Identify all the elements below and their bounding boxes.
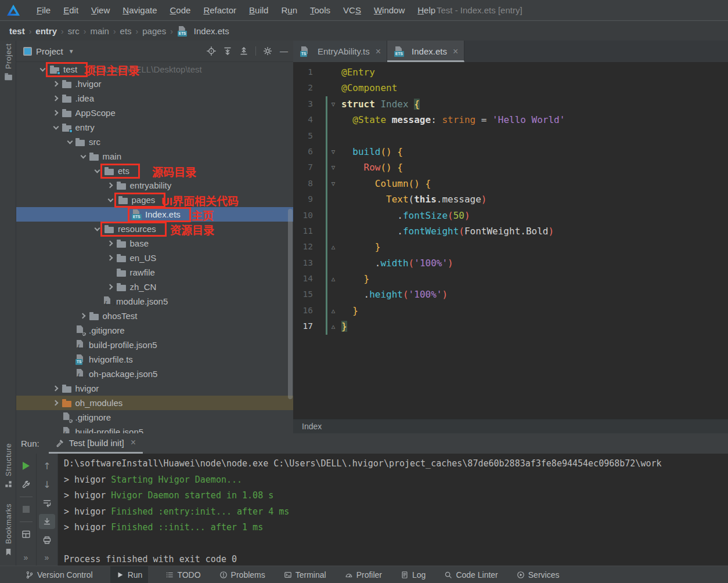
statusbar-item-log[interactable]: Log [399, 566, 427, 583]
tree-item-src[interactable]: src [16, 135, 293, 149]
tree-item-oh-package-json5[interactable]: {..}oh-package.json5 [16, 367, 293, 381]
tree-item-module-json5[interactable]: {..}module.json5 [16, 294, 293, 309]
expand-all-icon[interactable] [223, 46, 232, 56]
chevron-expanded-icon[interactable] [108, 196, 114, 202]
tool-stripe-project[interactable]: Project [0, 44, 16, 81]
scroll-end-icon[interactable] [39, 514, 55, 529]
printer-icon[interactable] [39, 533, 55, 548]
statusbar-item-todo[interactable]: TODO [164, 566, 201, 583]
chevron-expanded-icon[interactable] [81, 153, 87, 158]
tree-item-resources[interactable]: resources资源目录 [16, 222, 293, 236]
statusbar-item-version-control[interactable]: Version Control [24, 566, 94, 583]
hide-icon[interactable]: — [279, 46, 289, 56]
chevron-collapsed-icon[interactable] [53, 110, 59, 116]
chevron-collapsed-icon[interactable] [53, 81, 59, 87]
tree-item-gitignore[interactable]: .gitignore [16, 323, 293, 338]
more-icon[interactable]: » [45, 553, 50, 562]
rerun-icon[interactable] [18, 458, 34, 473]
tree-item-base[interactable]: base [16, 236, 293, 251]
menu-window[interactable]: Window [367, 0, 411, 20]
tree-item-test[interactable]: testC:\Users\DELL\Desktop\test项目主目录 [16, 62, 293, 77]
fold-marker-icon[interactable]: ▿ [326, 96, 341, 112]
fold-marker-icon[interactable]: ▵ [326, 239, 341, 255]
tree-item-ets[interactable]: ets源码目录 [16, 164, 293, 178]
tree-item-build-profile-json5[interactable]: {..}build-profile.json5 [16, 425, 293, 433]
chevron-collapsed-icon[interactable] [107, 284, 113, 290]
tree-item-hvigor[interactable]: hvigor [16, 381, 293, 396]
chevron-collapsed-icon[interactable] [107, 183, 113, 189]
tab-entryability-ts[interactable]: TSEntryAbility.ts× [293, 41, 387, 62]
chevron-expanded-icon[interactable] [39, 66, 45, 71]
tool-stripe-bookmarks[interactable]: Bookmarks [0, 504, 16, 556]
breadcrumb-src[interactable]: src [67, 26, 81, 36]
chevron-expanded-icon[interactable] [94, 225, 100, 231]
close-icon[interactable]: × [453, 46, 458, 57]
tree-item-entry[interactable]: entry [16, 120, 293, 135]
fold-marker-icon[interactable]: ▿ [326, 160, 341, 175]
fold-marker-icon[interactable]: ▿ [326, 176, 341, 191]
chevron-collapsed-icon[interactable] [107, 241, 113, 247]
chevron-collapsed-icon[interactable] [53, 386, 59, 392]
run-tab[interactable]: Test [build init] × [49, 433, 143, 454]
project-scrollbar-thumb[interactable] [288, 209, 293, 399]
statusbar-item-terminal[interactable]: Terminal [283, 566, 327, 583]
statusbar-item-code-linter[interactable]: Code Linter [443, 566, 499, 583]
editor-breadcrumb[interactable]: Index [293, 419, 728, 433]
fold-marker-icon[interactable]: ▵ [326, 271, 341, 287]
menu-vcs[interactable]: VCS [337, 0, 367, 20]
tree-item-hvigorfile-ts[interactable]: TShvigorfile.ts [16, 352, 293, 367]
arrow-up-icon[interactable]: ↑ [39, 458, 55, 473]
tree-item-pages[interactable]: pagesUI界面相关代码 [16, 193, 293, 207]
editor-code[interactable]: 1@Entry2@Component3▿struct Index {4 @Sta… [293, 62, 728, 419]
tree-item-idea[interactable]: .idea [16, 91, 293, 106]
tree-item-ohostest[interactable]: ohosTest [16, 309, 293, 323]
statusbar-item-profiler[interactable]: Profiler [344, 566, 383, 583]
chevron-collapsed-icon[interactable] [53, 96, 59, 102]
menu-tools[interactable]: Tools [304, 0, 337, 20]
chevron-expanded-icon[interactable] [53, 124, 59, 129]
tree-item-gitignore[interactable]: .gitignore [16, 410, 293, 425]
settings-icon[interactable] [263, 46, 272, 56]
more-icon[interactable]: » [24, 553, 29, 562]
menu-edit[interactable]: Edit [57, 0, 85, 20]
tree-item-appscope[interactable]: AppScope [16, 106, 293, 120]
locate-icon[interactable] [207, 46, 216, 56]
tree-item-entryability[interactable]: entryability [16, 178, 293, 193]
chevron-expanded-icon[interactable] [94, 167, 100, 173]
breadcrumb-entry[interactable]: entry [34, 26, 58, 36]
project-tree[interactable]: testC:\Users\DELL\Desktop\test项目主目录.hvig… [16, 62, 293, 433]
tree-item-build-profile-json5[interactable]: {..}build-profile.json5 [16, 338, 293, 352]
menu-code[interactable]: Code [164, 0, 197, 20]
breadcrumb-test[interactable]: test [8, 26, 26, 36]
tree-item-index-ets[interactable]: ETSIndex.ets主页 [16, 207, 293, 222]
fold-marker-icon[interactable]: ▿ [326, 144, 341, 160]
menu-build[interactable]: Build [243, 0, 275, 20]
layout-icon[interactable] [18, 527, 34, 542]
fold-marker-icon[interactable]: ▵ [326, 318, 341, 334]
statusbar-item-problems[interactable]: Problems [218, 566, 266, 583]
menu-refactor[interactable]: Refactor [197, 0, 243, 20]
breadcrumb-main[interactable]: main [89, 26, 110, 36]
breadcrumb-file[interactable]: ETSIndex.ets [178, 26, 229, 36]
tab-index-ets[interactable]: ETSIndex.ets× [387, 41, 464, 62]
chevron-collapsed-icon[interactable] [107, 255, 113, 261]
statusbar-item-run[interactable]: Run [110, 566, 149, 583]
arrow-down-icon[interactable]: ↓ [39, 477, 55, 492]
tree-item-main[interactable]: main [16, 149, 293, 164]
tree-item-hvigor[interactable]: .hvigor [16, 77, 293, 91]
menu-file[interactable]: File [30, 0, 57, 20]
collapse-all-icon[interactable] [239, 46, 248, 56]
tree-item-zh-cn[interactable]: zh_CN [16, 280, 293, 294]
fold-marker-icon[interactable]: ▵ [326, 303, 341, 318]
tree-item-rawfile[interactable]: rawfile [16, 265, 293, 280]
close-icon[interactable]: × [376, 46, 381, 57]
menu-run[interactable]: Run [275, 0, 304, 20]
chevron-collapsed-icon[interactable] [53, 400, 59, 406]
menu-navigate[interactable]: Navigate [116, 0, 163, 20]
chevron-collapsed-icon[interactable] [80, 313, 86, 319]
wrench-icon[interactable] [18, 477, 34, 492]
breadcrumb-pages[interactable]: pages [141, 26, 167, 36]
softwrap-icon[interactable] [39, 495, 55, 510]
close-icon[interactable]: × [131, 437, 136, 448]
tree-item-oh-modules[interactable]: oh_modules [16, 396, 293, 410]
